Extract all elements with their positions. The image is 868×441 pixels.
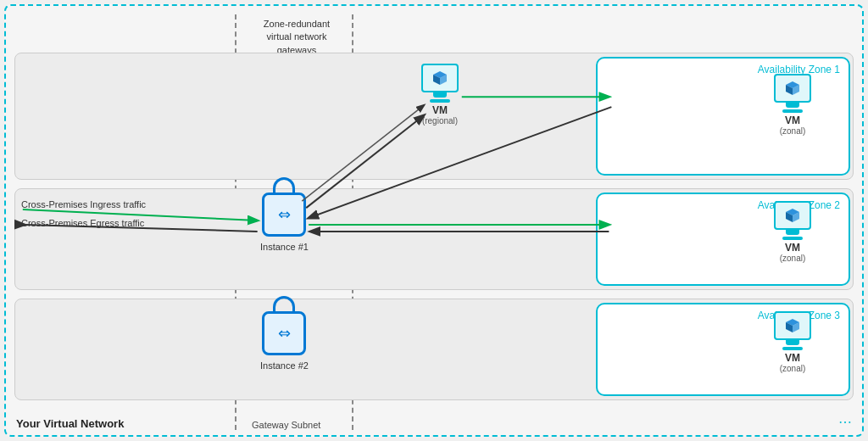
vm-az3-monitor — [774, 311, 811, 340]
az-box-3: Availability Zone 3 — [596, 303, 850, 396]
vm-az1-sublabel: (zonal) — [780, 126, 806, 136]
virtual-network-container: Zone-redundant virtual network gateways … — [4, 4, 864, 437]
vm-az3-base — [782, 347, 803, 350]
vm-az2-base — [782, 237, 803, 240]
instance2-icon: ⇔ Instance #2 — [260, 311, 309, 371]
vm-regional-cube-icon — [431, 69, 449, 87]
vm-az3-label: VM — [785, 352, 800, 364]
vm-az1-label: VM — [785, 114, 800, 126]
instance1-icon: ⇔ Instance #1 — [260, 193, 309, 252]
vm-az2-monitor — [774, 201, 811, 230]
zone-redundant-label: Zone-redundant virtual network gateways — [242, 18, 352, 57]
lock2-body: ⇔ — [262, 311, 306, 355]
vm-az2: VM (zonal) — [774, 201, 811, 263]
az-box-2: Availability Zone 2 — [596, 193, 850, 286]
az-box-1: Availability Zone 1 — [596, 57, 850, 176]
vm-az1: VM (zonal) — [774, 74, 811, 136]
vm-regional-label: VM — [432, 104, 448, 116]
vm-az3: VM (zonal) — [774, 311, 811, 373]
vm-az3-sublabel: (zonal) — [780, 364, 806, 373]
ingress-text: Cross-Premises Ingress traffic — [21, 199, 146, 209]
gateway-subnet-label: Gateway Subnet — [252, 420, 320, 430]
your-virtual-network-label: Your Virtual Network — [16, 417, 124, 430]
vm-regional-sublabel: (regional) — [422, 116, 458, 126]
lock1-arrows: ⇔ — [278, 205, 291, 224]
vm-az1-base — [782, 109, 803, 113]
instance2-label: Instance #2 — [260, 360, 309, 371]
instance1-label: Instance #1 — [260, 242, 309, 252]
vm-regional: VM (regional) — [421, 64, 459, 126]
egress-text: Cross-Premises Egress traffic — [21, 218, 144, 228]
vm-regional-monitor — [421, 64, 459, 92]
lock1-body: ⇔ — [262, 193, 306, 237]
ingress-traffic-label: Cross-Premises Ingress traffic Cross-Pre… — [21, 199, 146, 228]
vm-regional-base — [430, 99, 450, 103]
vm-az3-cube-icon — [783, 316, 802, 335]
vm-az2-sublabel: (zonal) — [780, 254, 806, 263]
dots-icon: ⋯ — [838, 414, 854, 430]
vm-az1-monitor — [774, 74, 811, 103]
vm-az2-label: VM — [785, 242, 800, 254]
vm-az1-cube-icon — [783, 79, 802, 98]
lock2-arrows: ⇔ — [278, 324, 291, 343]
vm-az2-cube-icon — [783, 206, 802, 225]
